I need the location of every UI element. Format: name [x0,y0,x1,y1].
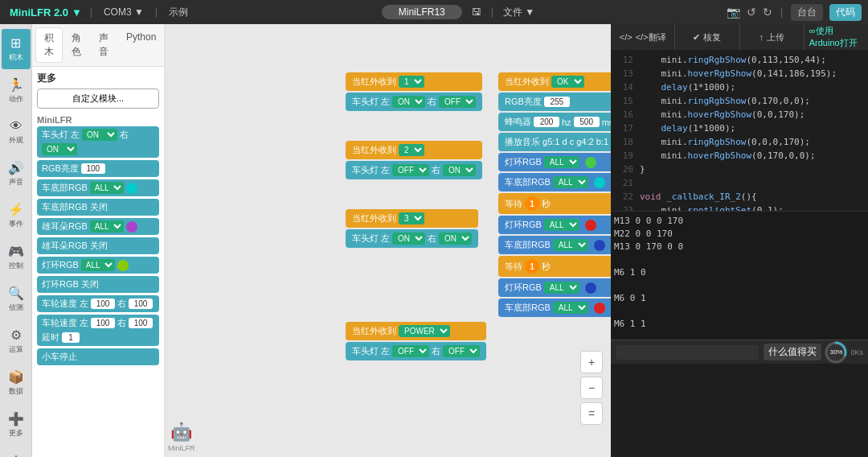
block-ear-rgb[interactable]: 雄耳朵RGB ALL [37,218,159,235]
review-btn[interactable]: ✔ 核复 [675,24,739,50]
zoom-fit-btn[interactable]: = [580,402,603,425]
irpower-select[interactable]: POWER [399,325,450,337]
block-ring-rgb[interactable]: 灯环RGB ALL [37,257,159,274]
block-headlight[interactable]: 车头灯 左 ONOFF 右 ONOFF [37,126,159,158]
irpower-right-sel[interactable]: OFF [443,345,480,357]
ir2-right-sel[interactable]: ON [443,164,476,176]
tab-ops[interactable]: ⚙ 运算 [2,321,31,361]
irok-music[interactable]: 播放音乐 g5:1 d c g4:2 b:1 c5:3 [498,133,611,151]
tab-more[interactable]: ➕ 更多 [2,405,31,445]
tab-jimu[interactable]: 积木 [35,27,63,63]
block-wheel-speed-delay[interactable]: 车轮速度 左 右 延时 [37,315,159,346]
irok-ring1-sel[interactable]: ALL [544,156,579,168]
canvas-area[interactable]: 当红外收到 1 车头灯 左 ON 右 OFF 当红外收到 2 车头灯 左 [165,24,611,457]
irpower-headlight[interactable]: 车头灯 左 OFF 右 OFF [346,342,486,360]
upload-btn[interactable]: ↑ 上传 [740,24,805,50]
irok-bottom2-color[interactable] [594,240,605,251]
ir2-left-sel[interactable]: OFF [392,164,429,176]
block-rgb-brightness[interactable]: RGB亮度 [37,160,159,177]
wheel-right-input[interactable] [129,298,153,309]
ring-rgb-select[interactable]: ALL [81,259,115,271]
headlight-left-select[interactable]: ONOFF [82,129,117,141]
redo-icon[interactable]: ↻ [763,6,772,19]
irok-ring2-sel[interactable]: ALL [544,219,579,231]
irok-buzz-hz[interactable] [534,117,559,127]
save-icon[interactable]: 🖫 [467,5,486,19]
wheel2-right-input[interactable] [129,318,153,328]
ir2-select[interactable]: 2 [399,144,424,156]
block-ear-rgb-off[interactable]: 雄耳朵RGB 关闭 [37,237,159,254]
tab-minilfr[interactable]: 🤖 MiniLFR [2,448,31,457]
tab-python[interactable]: Python [117,27,165,63]
ear-rgb-color[interactable] [126,221,137,233]
bottom-rgb-select[interactable]: ALL [90,182,124,194]
irok-ring1-color[interactable] [585,157,596,168]
ir1-headlight[interactable]: 车头灯 左 ON 右 OFF [346,93,482,111]
ir3-right-sel[interactable]: ON [439,233,472,245]
serial-send-input[interactable] [616,345,759,360]
ir1-select[interactable]: 1 [399,76,424,88]
irok-ring3-sel[interactable]: ALL [544,282,579,294]
wheel2-left-input[interactable] [91,318,115,328]
ir3-headlight[interactable]: 车头灯 左 ON 右 ON [346,229,478,248]
block-bottom-rgb[interactable]: 车底部RGB ALL [37,179,159,196]
rgb-brightness-input[interactable] [81,163,105,174]
irpower-trigger[interactable]: 当红外收到 POWER [346,322,486,340]
irok-bottom1-color[interactable] [594,177,605,188]
block-wheel-speed[interactable]: 车轮速度 左 右 [37,295,159,312]
irpower-left-sel[interactable]: OFF [392,345,429,357]
undo-icon[interactable]: ↺ [747,6,756,19]
irok-wait-1[interactable]: 等待 1 秒 [498,193,611,214]
irok-wait-2[interactable]: 等待 1 秒 [498,256,611,277]
tab-blocks[interactable]: ⊞ 积木 [2,29,31,69]
translate-btn[interactable]: </> </>翻译 [611,24,675,50]
tab-role[interactable]: 角色 [63,27,90,63]
custom-module-btn[interactable]: 自定义模块... [37,89,159,109]
wheel-delay-input[interactable] [62,332,80,343]
serial-output[interactable]: M13 0 0 0 170 M22 0 0 170 M13 0 170 0 0 … [611,211,868,340]
zoom-out-btn[interactable]: − [580,377,603,399]
com-menu[interactable]: COM3 ▼ [97,3,150,21]
tab-events[interactable]: ⚡ 事件 [2,196,31,236]
irok-rgb-brightness[interactable]: RGB亮度 [498,93,611,111]
irok-brightness-val[interactable] [544,97,570,107]
file-menu[interactable]: 文件 ▼ [498,4,539,21]
irok-bottom-rgb-2[interactable]: 车底部RGB ALL [498,236,611,254]
irok-trigger[interactable]: 当红外收到 OK [498,72,611,91]
irok-ring-rgb-1[interactable]: 灯环RGB ALL [498,153,611,171]
tab-looks[interactable]: 👁 外观 [2,113,31,152]
camera-icon[interactable]: 📷 [727,6,740,19]
irok-ring3-color[interactable] [585,282,596,294]
minilfr-bot[interactable]: 🤖 MiniLFR [168,422,195,452]
tab-sense[interactable]: 🔍 侦测 [2,279,31,319]
example-menu[interactable]: 示例 [162,2,194,23]
block-bottom-rgb-off[interactable]: 车底部RGB 关闭 [37,199,159,216]
irok-bottom3-color[interactable] [594,303,605,314]
irok-buzzer[interactable]: 蜂鸣器 hz ms [498,113,611,131]
irok-buzz-ms[interactable] [574,117,600,127]
ring-rgb-color[interactable] [117,260,129,271]
irok-bottom1-sel[interactable]: ALL [553,176,588,188]
headlight-right-select[interactable]: ONOFF [42,143,77,155]
irok-bottom3-sel[interactable]: ALL [553,302,588,314]
tab-data[interactable]: 📦 数据 [2,363,31,403]
ir1-right-sel[interactable]: OFF [439,96,476,108]
tab-audio[interactable]: 声音 [90,27,117,63]
irok-bottom-rgb-1[interactable]: 车底部RGB ALL [498,173,611,191]
irok-bottom-rgb-3[interactable]: 车底部RGB ALL [498,298,611,317]
ir1-trigger[interactable]: 当红外收到 1 [346,72,482,91]
irok-ring-rgb-2[interactable]: 灯环RGB ALL [498,216,611,234]
ir3-trigger[interactable]: 当红外收到 3 [346,209,478,228]
irok-ring2-color[interactable] [585,220,596,231]
ir2-trigger[interactable]: 当红外收到 2 [346,141,482,159]
bottom-rgb-color[interactable] [126,183,137,194]
ir3-select[interactable]: 3 [399,212,424,224]
block-stop[interactable]: 小车停止 [37,348,159,365]
ir2-headlight[interactable]: 车头灯 左 OFF 右 ON [346,161,482,179]
app-logo[interactable]: MiniLFR 2.0 ▼ [6,6,85,19]
block-ring-rgb-off[interactable]: 灯环RGB 关闭 [37,276,159,293]
code-button[interactable]: 代码 [829,4,862,21]
irok-select[interactable]: OK [551,76,584,88]
ir1-left-sel[interactable]: ON [392,96,425,108]
irok-bottom2-sel[interactable]: ALL [553,239,588,251]
